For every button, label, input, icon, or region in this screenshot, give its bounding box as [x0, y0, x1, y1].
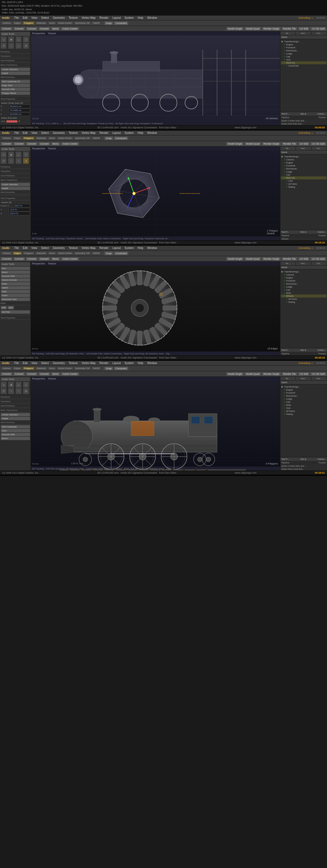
uv-3d-split-tab-4[interactable]: UV 3D Split — [310, 372, 326, 376]
tab-items-4[interactable]: Items — [48, 367, 57, 370]
tab-polygons-4[interactable]: Polygons — [22, 367, 35, 370]
tool-icon-4-4[interactable]: ⬡ — [23, 382, 29, 388]
convert-btn-2b[interactable]: Convert — [13, 142, 25, 146]
tree-ledge-2[interactable]: ✓ Ledge — [281, 170, 326, 173]
menu-system-4[interactable]: System — [124, 361, 135, 365]
tool-icon-1-4[interactable]: ⬡ — [23, 36, 29, 42]
tab-falloff-4[interactable]: FallOff — [91, 367, 101, 370]
set-part-btn-3[interactable]: Set Part — [1, 310, 30, 314]
tab-materials-1[interactable]: Materials — [35, 21, 47, 25]
menu-texture-1[interactable]: Texture — [68, 16, 79, 20]
menu-select-2[interactable]: Select — [40, 131, 50, 135]
menu-view-2[interactable]: View — [31, 131, 38, 135]
tree-vent-1[interactable]: ✓ Vent — [281, 58, 326, 61]
menu-vertexmap-1[interactable]: Vertex Map — [81, 16, 97, 20]
tool-icon-1-2[interactable]: ◉ — [8, 36, 14, 42]
tab-items-1[interactable]: Items — [48, 21, 57, 25]
menu-render-1[interactable]: Render — [98, 16, 109, 20]
menu-help-4[interactable]: Help — [137, 361, 144, 365]
tree-vent-4[interactable]: ✓ Vent — [281, 407, 326, 410]
color-tab-4[interactable]: Col... — [311, 377, 327, 380]
constraint-btn-3[interactable]: Constraint — [114, 251, 128, 255]
tree-bolts-3[interactable]: ✓ Bolts — [281, 291, 326, 294]
sds-subdivide-btn-1[interactable]: SDS Subdivide 2X — [1, 80, 30, 83]
tree-cab-4[interactable]: ✓ Cab — [281, 400, 326, 403]
tab-polygons-2[interactable]: Polygons — [22, 136, 35, 140]
tree-mesh3-2[interactable]: ✓ Mesh (3) — [281, 176, 326, 179]
tab-edges-1[interactable]: Edges — [12, 21, 22, 25]
spline-btn-3[interactable]: Spline — [1, 286, 30, 289]
tool-icon-2-5[interactable]: ⟲ — [1, 158, 7, 164]
convert-btn-1a[interactable]: Convert — [1, 27, 13, 31]
smooth-shift-btn-3[interactable]: Smooth Shift — [1, 274, 30, 278]
tree-cab-2[interactable]: ✓ Cab — [281, 173, 326, 176]
tool-icon-4-5[interactable]: ⟲ — [1, 388, 7, 394]
menu-system-2[interactable]: System — [124, 131, 135, 135]
tree-trainworking-3[interactable]: ▶ TrainWorking2... — [281, 270, 326, 273]
render-tile-tab-1[interactable]: Render Tile — [281, 27, 297, 31]
tool-icon-4-8[interactable]: ⊕ — [23, 388, 29, 394]
smooth-shift-btn-4[interactable]: Smooth Shift — [1, 433, 30, 436]
tool-icon-4-2[interactable]: ◉ — [8, 382, 14, 388]
tree-frontgrill-2[interactable]: ✓ FrontGrill — [281, 164, 326, 167]
color-tab-1[interactable]: Col... — [311, 31, 327, 35]
pen-btn-3[interactable]: Pen — [1, 267, 30, 270]
snap-btn-4[interactable]: Snap — [104, 367, 113, 370]
tab-symmetry-1[interactable]: Symmetry: Off — [74, 21, 91, 25]
tool-icon-2-1[interactable]: ◻ — [1, 152, 7, 158]
uv-edit-tab-4[interactable]: UV Edit — [298, 372, 310, 376]
reduction-tool-btn-3[interactable]: Reduction Tool — [1, 298, 30, 301]
action-center-btn-1[interactable]: Action Center — [61, 27, 79, 31]
tree-railing-2[interactable]: ✓ Railing — [281, 185, 326, 188]
tool-icon-2-3[interactable]: △ — [16, 152, 22, 158]
tool-icon-4-1[interactable]: ◻ — [1, 382, 7, 388]
center-selected-btn-4[interactable]: Center Selected — [1, 413, 30, 416]
tree-directional-1[interactable]: ✓ Directional... — [281, 49, 326, 52]
scene-tab-1[interactable]: Ite... — [280, 31, 296, 35]
tab-vertices-2[interactable]: Vertices — [1, 136, 12, 140]
tab-symmetry-3[interactable]: Symmetry: Off — [74, 251, 91, 255]
constraint-btn-2[interactable]: Constraint — [114, 136, 128, 140]
menu-help-2[interactable]: Help — [137, 131, 144, 135]
scene-tab-4[interactable]: Ite... — [280, 377, 296, 380]
menu-window-1[interactable]: Window — [146, 16, 158, 20]
tab-symmetry-2[interactable]: Symmetry: Off — [74, 136, 91, 140]
tree-trainworking-1[interactable]: ▶ TrainWorking2... — [281, 40, 326, 43]
uv-3d-split-tab-3[interactable]: UV 3D Split — [310, 257, 326, 261]
menu-edit-1[interactable]: Edit — [22, 16, 28, 20]
tool-icon-4-7[interactable]: ↕ — [16, 388, 22, 394]
vertex-tab-4[interactable]: Vert... — [296, 377, 311, 380]
tree-engine-1[interactable]: ✓ Engine — [281, 43, 326, 46]
convert-btn-2c[interactable]: Convert — [26, 142, 38, 146]
tool-icon-1-3[interactable]: △ — [16, 36, 22, 42]
convert-btn-3d[interactable]: Convert — [38, 257, 51, 261]
menu-geometry-3[interactable]: Geometry — [52, 246, 66, 250]
tree-ledge-1[interactable]: ✓ Ledge — [281, 52, 326, 55]
tab-falloff-3[interactable]: FallOff — [91, 251, 101, 255]
tree-frontgrill-1[interactable]: ✓ FrontGrill — [281, 46, 326, 49]
tab-edges-2[interactable]: Edges — [12, 136, 22, 140]
tree-airtubes-3[interactable]: ✓ AirTubes — [281, 298, 326, 301]
model-quad-tab-1[interactable]: Model Quad — [244, 27, 261, 31]
items-btn-1[interactable]: Items — [51, 27, 60, 31]
menu-vertexmap-3[interactable]: Vertex Map — [81, 246, 97, 250]
menu-layout-3[interactable]: Layout — [112, 246, 121, 250]
model-single-tab-3[interactable]: Model Single — [226, 257, 244, 261]
menu-render-4[interactable]: Render — [98, 361, 109, 365]
convert-btn-3c[interactable]: Convert — [26, 257, 38, 261]
menu-file-1[interactable]: File — [13, 16, 20, 20]
falloff-btn-1[interactable]: Falloff — [1, 71, 30, 75]
model-single-tab-1[interactable]: Model Single — [226, 27, 244, 31]
tab-materials-3[interactable]: Materials — [35, 251, 47, 255]
tab-vertices-1[interactable]: Vertices — [1, 21, 12, 25]
render-tile-tab-3[interactable]: Render Tile — [281, 257, 297, 261]
scene-tab-2[interactable]: Ite... — [280, 147, 296, 150]
menu-system-3[interactable]: System — [124, 246, 135, 250]
tree-trainworking-4[interactable]: ▶ TrainWorking2... — [281, 385, 326, 388]
weld-btn-3[interactable]: Weld — [1, 282, 30, 286]
menu-help-3[interactable]: Help — [137, 246, 144, 250]
convert-btn-4b[interactable]: Convert — [13, 372, 25, 376]
convert-btn-1d[interactable]: Convert — [38, 27, 51, 31]
menu-texture-2[interactable]: Texture — [68, 131, 79, 135]
polygon-bevel-btn-1[interactable]: Polygon Bevel — [1, 91, 30, 95]
